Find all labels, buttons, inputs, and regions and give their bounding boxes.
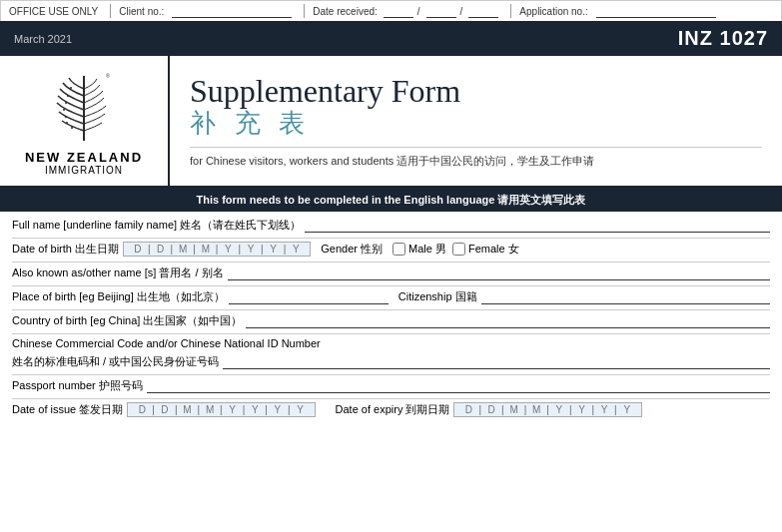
date-issue-label: Date of issue 签发日期 — [12, 402, 123, 417]
country-birth-input[interactable] — [246, 313, 770, 328]
expiry-year1[interactable] — [549, 404, 569, 415]
imm-label: IMMIGRATION — [45, 165, 123, 176]
issue-year4[interactable] — [291, 404, 311, 415]
chinese-code-label2: 姓名的标准电码和 / 或中国公民身份证号码 — [12, 354, 219, 369]
nz-label: NEW ZEALAND — [25, 150, 143, 165]
dob-label: Date of birth 出生日期 — [12, 242, 119, 257]
dob-year1[interactable] — [218, 244, 238, 255]
client-label: Client no.: — [119, 6, 164, 17]
dob-day2[interactable] — [151, 244, 171, 255]
full-name-label: Full name [underline family name] 姓名（请在姓… — [12, 218, 301, 233]
citizenship-input[interactable] — [481, 289, 770, 304]
svg-point-3 — [65, 116, 67, 118]
male-option: Male 男 — [392, 242, 446, 257]
svg-point-1 — [71, 127, 73, 129]
citizenship-label: Citizenship 国籍 — [398, 289, 477, 304]
svg-point-4 — [63, 109, 65, 111]
issue-date-group: | | | | | | | — [127, 402, 315, 417]
also-known-input[interactable] — [228, 266, 770, 280]
date-sep2: / — [460, 6, 463, 17]
logo-section: ® NEW ZEALAND IMMIGRATION — [0, 56, 170, 186]
male-checkbox[interactable] — [392, 243, 405, 256]
issue-year2[interactable] — [245, 404, 265, 415]
issue-year3[interactable] — [268, 404, 288, 415]
country-birth-label: Country of birth [eg China] 出生国家（如中国） — [12, 313, 242, 328]
female-label: Female 女 — [468, 242, 519, 257]
expiry-year3[interactable] — [594, 404, 614, 415]
expiry-day[interactable] — [458, 404, 478, 415]
notice-bar: This form needs to be completed in the E… — [0, 189, 782, 212]
svg-text:®: ® — [106, 73, 110, 79]
date-expiry-label: Date of expiry 到期日期 — [336, 402, 450, 417]
birth-citizenship-row: Place of birth [eg Beijing] 出生地（如北京） Cit… — [12, 289, 770, 304]
passport-row: Passport number 护照号码 — [12, 378, 770, 393]
female-checkbox[interactable] — [452, 243, 465, 256]
also-known-row: Also known as/other name [s] 普用名 / 别名 — [12, 266, 770, 280]
dob-year3[interactable] — [264, 244, 284, 255]
divider-2 — [304, 4, 305, 18]
divider-1 — [110, 4, 111, 18]
country-birth-row: Country of birth [eg China] 出生国家（如中国） — [12, 313, 770, 328]
passport-input[interactable] — [147, 378, 770, 393]
issue-day2[interactable] — [155, 404, 175, 415]
dob-day[interactable] — [128, 244, 148, 255]
svg-point-2 — [66, 122, 68, 124]
dob-month2[interactable] — [196, 244, 216, 255]
expiry-day2[interactable] — [481, 404, 501, 415]
title-chinese: 补 充 表 — [190, 106, 762, 141]
date-received-label: Date received: — [313, 6, 377, 17]
gender-group: Gender 性别 Male 男 Female 女 — [321, 242, 518, 257]
issue-day[interactable] — [132, 404, 152, 415]
divider-row2 — [12, 262, 770, 263]
chinese-code-input[interactable] — [223, 354, 770, 369]
full-name-input[interactable] — [305, 218, 770, 233]
svg-point-6 — [67, 95, 69, 97]
divider-row4 — [12, 309, 770, 310]
issue-month2[interactable] — [200, 404, 220, 415]
divider-row1 — [12, 238, 770, 239]
date-day-field[interactable] — [384, 4, 413, 18]
office-use-label: OFFICE USE ONLY — [9, 6, 98, 17]
expiry-year4[interactable] — [617, 404, 637, 415]
office-use-bar: OFFICE USE ONLY Client no.: Date receive… — [0, 0, 782, 21]
subtitle-en: for Chinese visitors, workers and studen… — [190, 155, 393, 167]
chinese-code-label1: Chinese Commercial Code and/or Chinese N… — [12, 337, 321, 349]
expiry-month2[interactable] — [526, 404, 546, 415]
form-date: March 2021 — [14, 33, 72, 45]
dob-month[interactable] — [173, 244, 193, 255]
app-field[interactable] — [596, 4, 716, 18]
passport-label: Passport number 护照号码 — [12, 378, 143, 393]
chinese-code-row1: Chinese Commercial Code and/or Chinese N… — [12, 337, 770, 349]
date-sep1: / — [417, 6, 420, 17]
title-section: Supplementary Form 补 充 表 for Chinese vis… — [170, 56, 782, 186]
expiry-year2[interactable] — [572, 404, 592, 415]
female-option: Female 女 — [452, 242, 519, 257]
divider-row7 — [12, 398, 770, 399]
dob-input-group: | | | | | | | — [123, 242, 311, 257]
svg-point-7 — [70, 87, 72, 89]
divider-row5 — [12, 333, 770, 334]
place-birth-input[interactable] — [229, 289, 389, 304]
header-bar: March 2021 INZ 1027 — [0, 21, 782, 56]
male-label: Male 男 — [408, 242, 446, 257]
svg-point-5 — [65, 102, 67, 104]
client-field[interactable] — [172, 4, 292, 18]
date-year-field[interactable] — [468, 4, 498, 18]
dob-year4[interactable] — [286, 244, 306, 255]
expiry-month[interactable] — [504, 404, 524, 415]
issue-month[interactable] — [177, 404, 197, 415]
expiry-date-group: | | | | | | | — [453, 402, 641, 417]
date-month-field[interactable] — [426, 4, 456, 18]
logo-title-section: ® NEW ZEALAND IMMIGRATION Supplementary … — [0, 56, 782, 189]
divider-3 — [510, 4, 511, 18]
dob-gender-row: Date of birth 出生日期 | | | | | | | Gender … — [12, 242, 770, 257]
divider-row3 — [12, 285, 770, 286]
form-body: Full name [underline family name] 姓名（请在姓… — [0, 212, 782, 428]
notice-text: This form needs to be completed in the E… — [197, 194, 586, 206]
issue-year1[interactable] — [223, 404, 243, 415]
subtitle: for Chinese visitors, workers and studen… — [190, 147, 762, 169]
nz-fern-logo: ® — [44, 66, 124, 146]
gender-label: Gender 性别 — [321, 242, 383, 257]
dob-year2[interactable] — [241, 244, 261, 255]
chinese-code-row2: 姓名的标准电码和 / 或中国公民身份证号码 — [12, 354, 770, 369]
